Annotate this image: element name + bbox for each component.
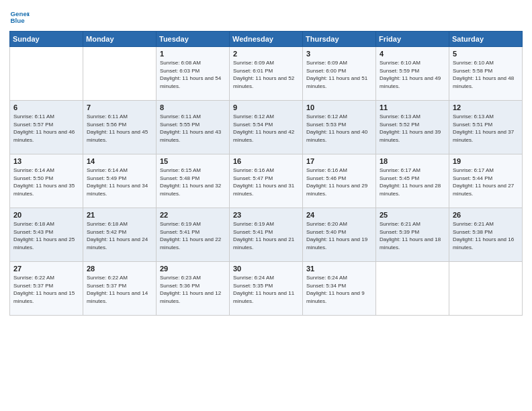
week-row-1: 1Sunrise: 6:08 AM Sunset: 6:03 PM Daylig… xyxy=(10,47,523,101)
day-cell: 13Sunrise: 6:14 AM Sunset: 5:50 PM Dayli… xyxy=(10,154,83,208)
day-info: Sunrise: 6:22 AM Sunset: 5:37 PM Dayligh… xyxy=(87,274,153,305)
day-cell: 4Sunrise: 6:10 AM Sunset: 5:59 PM Daylig… xyxy=(376,47,449,101)
day-number: 30 xyxy=(233,265,300,273)
day-number: 15 xyxy=(160,157,226,165)
day-number: 22 xyxy=(160,211,226,219)
day-cell xyxy=(449,262,523,316)
day-number: 25 xyxy=(380,211,446,219)
week-row-5: 27Sunrise: 6:22 AM Sunset: 5:37 PM Dayli… xyxy=(10,262,523,316)
day-info: Sunrise: 6:19 AM Sunset: 5:41 PM Dayligh… xyxy=(160,220,226,251)
day-cell: 24Sunrise: 6:20 AM Sunset: 5:40 PM Dayli… xyxy=(303,208,376,262)
day-number: 12 xyxy=(453,103,519,111)
day-cell: 14Sunrise: 6:14 AM Sunset: 5:49 PM Dayli… xyxy=(83,154,157,208)
day-cell: 3Sunrise: 6:09 AM Sunset: 6:00 PM Daylig… xyxy=(303,47,376,101)
day-number: 14 xyxy=(87,157,153,165)
day-cell xyxy=(376,262,449,316)
day-number: 9 xyxy=(233,103,300,111)
week-row-2: 6Sunrise: 6:11 AM Sunset: 5:57 PM Daylig… xyxy=(10,101,523,154)
calendar-body: 1Sunrise: 6:08 AM Sunset: 6:03 PM Daylig… xyxy=(10,47,523,316)
day-cell: 12Sunrise: 6:13 AM Sunset: 5:51 PM Dayli… xyxy=(449,101,523,154)
header: General Blue xyxy=(9,7,523,27)
day-info: Sunrise: 6:17 AM Sunset: 5:45 PM Dayligh… xyxy=(380,167,446,197)
day-info: Sunrise: 6:11 AM Sunset: 5:55 PM Dayligh… xyxy=(160,113,226,144)
day-info: Sunrise: 6:08 AM Sunset: 6:03 PM Dayligh… xyxy=(160,59,226,90)
day-info: Sunrise: 6:14 AM Sunset: 5:50 PM Dayligh… xyxy=(13,167,80,197)
day-number: 13 xyxy=(13,157,80,165)
day-info: Sunrise: 6:14 AM Sunset: 5:49 PM Dayligh… xyxy=(87,167,153,197)
calendar-container: General Blue SundayMondayTuesdayWednesda… xyxy=(0,0,532,411)
day-cell: 5Sunrise: 6:10 AM Sunset: 5:58 PM Daylig… xyxy=(449,47,523,101)
day-number: 8 xyxy=(160,103,226,111)
svg-text:General: General xyxy=(11,10,30,17)
day-cell: 17Sunrise: 6:16 AM Sunset: 5:46 PM Dayli… xyxy=(303,154,376,208)
day-info: Sunrise: 6:15 AM Sunset: 5:48 PM Dayligh… xyxy=(160,167,226,197)
day-cell: 7Sunrise: 6:11 AM Sunset: 5:56 PM Daylig… xyxy=(83,101,157,154)
day-info: Sunrise: 6:21 AM Sunset: 5:39 PM Dayligh… xyxy=(380,220,446,251)
day-number: 28 xyxy=(87,265,153,273)
day-cell: 16Sunrise: 6:16 AM Sunset: 5:47 PM Dayli… xyxy=(230,154,303,208)
day-number: 26 xyxy=(453,211,519,219)
day-info: Sunrise: 6:24 AM Sunset: 5:34 PM Dayligh… xyxy=(306,274,373,305)
day-number: 4 xyxy=(380,50,446,58)
day-info: Sunrise: 6:23 AM Sunset: 5:36 PM Dayligh… xyxy=(160,274,226,305)
day-number: 6 xyxy=(13,103,80,111)
day-number: 11 xyxy=(380,103,446,111)
weekday-header-tuesday: Tuesday xyxy=(157,32,230,47)
day-cell: 22Sunrise: 6:19 AM Sunset: 5:41 PM Dayli… xyxy=(157,208,230,262)
day-number: 7 xyxy=(87,103,153,111)
day-number: 1 xyxy=(160,50,226,58)
day-cell: 10Sunrise: 6:12 AM Sunset: 5:53 PM Dayli… xyxy=(303,101,376,154)
day-cell: 11Sunrise: 6:13 AM Sunset: 5:52 PM Dayli… xyxy=(376,101,449,154)
day-info: Sunrise: 6:13 AM Sunset: 5:51 PM Dayligh… xyxy=(453,113,519,144)
day-cell: 9Sunrise: 6:12 AM Sunset: 5:54 PM Daylig… xyxy=(230,101,303,154)
logo: General Blue xyxy=(9,7,30,27)
day-cell: 8Sunrise: 6:11 AM Sunset: 5:55 PM Daylig… xyxy=(157,101,230,154)
day-info: Sunrise: 6:10 AM Sunset: 5:59 PM Dayligh… xyxy=(380,59,446,90)
day-number: 21 xyxy=(87,211,153,219)
day-info: Sunrise: 6:12 AM Sunset: 5:53 PM Dayligh… xyxy=(306,113,373,144)
day-info: Sunrise: 6:11 AM Sunset: 5:57 PM Dayligh… xyxy=(13,113,80,144)
day-cell: 27Sunrise: 6:22 AM Sunset: 5:37 PM Dayli… xyxy=(10,262,83,316)
day-info: Sunrise: 6:09 AM Sunset: 6:00 PM Dayligh… xyxy=(306,59,373,90)
day-info: Sunrise: 6:24 AM Sunset: 5:35 PM Dayligh… xyxy=(233,274,300,305)
day-cell xyxy=(10,47,83,101)
weekday-header-saturday: Saturday xyxy=(449,32,523,47)
day-number: 27 xyxy=(13,265,80,273)
day-info: Sunrise: 6:18 AM Sunset: 5:43 PM Dayligh… xyxy=(13,220,80,251)
day-cell: 6Sunrise: 6:11 AM Sunset: 5:57 PM Daylig… xyxy=(10,101,83,154)
day-number: 5 xyxy=(453,50,519,58)
day-number: 23 xyxy=(233,211,300,219)
day-number: 18 xyxy=(380,157,446,165)
weekday-header-row: SundayMondayTuesdayWednesdayThursdayFrid… xyxy=(10,32,523,47)
day-info: Sunrise: 6:19 AM Sunset: 5:41 PM Dayligh… xyxy=(233,220,300,251)
day-number: 29 xyxy=(160,265,226,273)
day-info: Sunrise: 6:16 AM Sunset: 5:47 PM Dayligh… xyxy=(233,167,300,197)
day-info: Sunrise: 6:11 AM Sunset: 5:56 PM Dayligh… xyxy=(87,113,153,144)
day-cell: 26Sunrise: 6:21 AM Sunset: 5:38 PM Dayli… xyxy=(449,208,523,262)
day-number: 16 xyxy=(233,157,300,165)
day-cell: 18Sunrise: 6:17 AM Sunset: 5:45 PM Dayli… xyxy=(376,154,449,208)
day-cell xyxy=(83,47,157,101)
day-info: Sunrise: 6:10 AM Sunset: 5:58 PM Dayligh… xyxy=(453,59,519,90)
weekday-header-monday: Monday xyxy=(83,32,157,47)
day-info: Sunrise: 6:12 AM Sunset: 5:54 PM Dayligh… xyxy=(233,113,300,144)
day-cell: 23Sunrise: 6:19 AM Sunset: 5:41 PM Dayli… xyxy=(230,208,303,262)
day-info: Sunrise: 6:09 AM Sunset: 6:01 PM Dayligh… xyxy=(233,59,300,90)
day-info: Sunrise: 6:22 AM Sunset: 5:37 PM Dayligh… xyxy=(13,274,80,305)
calendar-table: SundayMondayTuesdayWednesdayThursdayFrid… xyxy=(9,31,523,316)
svg-text:Blue: Blue xyxy=(11,17,26,24)
day-number: 2 xyxy=(233,50,300,58)
day-cell: 1Sunrise: 6:08 AM Sunset: 6:03 PM Daylig… xyxy=(157,47,230,101)
weekday-header-friday: Friday xyxy=(376,32,449,47)
day-info: Sunrise: 6:20 AM Sunset: 5:40 PM Dayligh… xyxy=(306,220,373,251)
day-cell: 30Sunrise: 6:24 AM Sunset: 5:35 PM Dayli… xyxy=(230,262,303,316)
day-cell: 31Sunrise: 6:24 AM Sunset: 5:34 PM Dayli… xyxy=(303,262,376,316)
day-info: Sunrise: 6:17 AM Sunset: 5:44 PM Dayligh… xyxy=(453,167,519,197)
day-cell: 15Sunrise: 6:15 AM Sunset: 5:48 PM Dayli… xyxy=(157,154,230,208)
weekday-header-wednesday: Wednesday xyxy=(230,32,303,47)
day-info: Sunrise: 6:18 AM Sunset: 5:42 PM Dayligh… xyxy=(87,220,153,251)
day-cell: 20Sunrise: 6:18 AM Sunset: 5:43 PM Dayli… xyxy=(10,208,83,262)
day-number: 17 xyxy=(306,157,373,165)
day-cell: 19Sunrise: 6:17 AM Sunset: 5:44 PM Dayli… xyxy=(449,154,523,208)
day-number: 19 xyxy=(453,157,519,165)
